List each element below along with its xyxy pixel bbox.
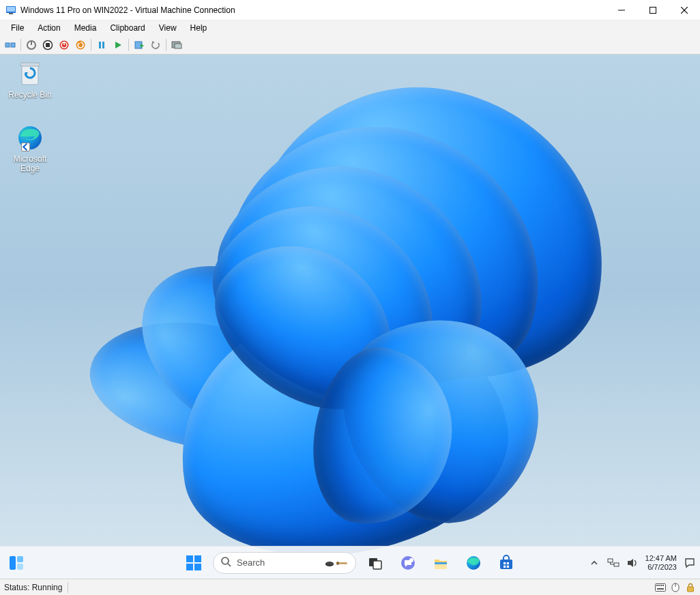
svg-rect-4 [650,7,656,13]
svg-point-37 [222,557,229,564]
start-button[interactable] [180,549,207,577]
turn-off-icon[interactable] [24,38,39,53]
host-statusbar: Status: Running [0,579,700,595]
store-button[interactable] [493,549,520,577]
maximize-button[interactable] [637,0,669,20]
file-explorer-button[interactable] [427,549,454,577]
chat-button[interactable] [394,549,422,577]
svg-rect-19 [102,42,104,48]
network-icon[interactable] [607,557,619,569]
svg-rect-18 [99,42,101,48]
lock-icon [685,582,696,593]
window-title: Windows 11 Pro on WIN2022 - Virtual Mach… [20,5,235,15]
app-icon [5,5,16,16]
edge-button[interactable] [460,549,487,577]
svg-rect-30 [10,556,16,570]
svg-rect-31 [17,556,23,562]
start-icon[interactable] [111,38,126,53]
svg-rect-52 [507,562,509,564]
revert-icon[interactable] [148,38,163,53]
svg-rect-32 [17,564,23,570]
menu-media[interactable]: Media [68,22,104,34]
svg-rect-60 [658,585,660,586]
wallpaper-bloom [55,55,669,579]
menu-view[interactable]: View [152,22,184,34]
desktop-icon-recycle-bin[interactable]: Recycle Bin [4,59,56,100]
tray-chevron-up-icon[interactable] [588,557,600,569]
keyboard-icon [655,582,666,593]
volume-icon[interactable] [626,557,639,569]
toolbar [0,35,700,55]
desktop-icon-microsoft-edge[interactable]: Microsoft Edge [4,123,56,173]
shutdown-icon[interactable] [57,38,72,53]
svg-rect-8 [11,43,15,47]
taskbar-time: 12:47 AM [645,554,677,563]
save-state-icon[interactable] [40,38,55,53]
svg-rect-53 [504,565,506,567]
menu-file[interactable]: File [4,22,31,34]
svg-rect-51 [504,562,506,564]
svg-line-38 [228,564,231,566]
close-button[interactable] [669,0,700,20]
shortcut-badge-icon [21,143,30,151]
mouse-icon [670,582,681,593]
guest-desktop[interactable]: Recycle Bin Microsoft Edge [0,55,700,579]
taskbar-search[interactable]: Search [213,552,356,574]
svg-marker-57 [628,559,633,567]
search-icon [220,556,231,569]
taskbar-clock[interactable]: 12:47 AM 6/7/2023 [645,554,677,572]
svg-rect-12 [46,43,50,47]
menu-clipboard[interactable]: Clipboard [103,22,151,34]
svg-rect-59 [656,585,658,586]
menu-action[interactable]: Action [31,22,67,34]
svg-rect-1 [7,7,15,12]
svg-rect-62 [662,585,664,586]
svg-rect-2 [9,13,13,14]
taskbar: Search [0,546,700,579]
task-view-button[interactable] [362,549,389,577]
enhanced-session-icon[interactable] [169,38,184,53]
svg-rect-36 [194,564,201,570]
taskbar-date: 6/7/2023 [645,563,677,572]
notifications-icon[interactable] [684,557,696,569]
minimize-button[interactable] [606,0,637,20]
svg-rect-42 [336,562,339,565]
menubar: File Action Media Clipboard View Help [0,20,700,35]
svg-rect-25 [175,44,181,48]
svg-point-40 [325,562,334,566]
host-titlebar: Windows 11 Pro on WIN2022 - Virtual Mach… [0,0,700,20]
svg-marker-23 [152,41,155,44]
status-label: Status: Running [4,583,62,592]
desktop-icon-label: Microsoft Edge [4,154,56,173]
svg-rect-56 [614,563,619,566]
widgets-button[interactable] [4,551,29,575]
svg-rect-50 [500,560,512,569]
svg-rect-44 [373,561,381,569]
svg-rect-7 [5,43,10,47]
svg-rect-63 [657,588,664,590]
svg-rect-61 [660,585,662,586]
svg-rect-33 [186,555,193,562]
svg-rect-48 [435,562,447,564]
pause-icon[interactable] [94,38,109,53]
svg-point-46 [409,558,413,562]
svg-rect-66 [688,587,694,592]
desktop-icon-label: Recycle Bin [4,90,56,100]
svg-rect-54 [507,565,509,567]
search-placeholder: Search [237,557,319,568]
reset-icon[interactable] [73,38,88,53]
menu-help[interactable]: Help [184,22,214,34]
svg-rect-34 [194,555,201,562]
checkpoint-icon[interactable] [132,38,147,53]
search-highlight-icon [324,557,349,568]
svg-marker-20 [115,42,121,48]
svg-rect-41 [338,562,347,564]
ctrl-alt-del-icon[interactable] [3,38,18,53]
svg-rect-55 [608,559,613,562]
svg-rect-27 [20,63,40,66]
svg-rect-35 [186,564,193,570]
